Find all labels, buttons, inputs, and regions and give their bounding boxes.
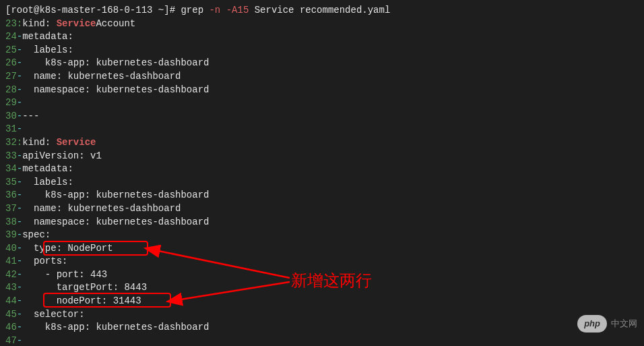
line-number: 33 bbox=[5, 150, 17, 163]
line-separator: - bbox=[17, 96, 22, 110]
output-text: spec: bbox=[22, 229, 51, 242]
line-number: 31 bbox=[5, 123, 17, 136]
output-line: 34-metadata: bbox=[5, 163, 639, 176]
output-text: metadata: bbox=[22, 30, 73, 44]
watermark-text: 中文网 bbox=[611, 318, 637, 330]
cmd-args: Service recommended.yaml bbox=[249, 4, 390, 18]
line-number: 39 bbox=[5, 229, 17, 242]
line-separator: - bbox=[17, 255, 22, 268]
output-text: k8s-app: kubernetes-dashboard bbox=[22, 57, 209, 70]
line-number: 37 bbox=[5, 202, 17, 216]
output-line: 38- namespace: kubernetes-dashboard bbox=[5, 216, 639, 229]
line-separator: - bbox=[17, 229, 22, 242]
output-text: name: kubernetes-dashboard bbox=[22, 70, 181, 84]
line-separator: - bbox=[17, 123, 22, 136]
output-text: - port: 443 bbox=[22, 268, 107, 282]
line-separator: - bbox=[17, 44, 22, 57]
output-text: kind: bbox=[22, 18, 56, 31]
line-separator: - bbox=[17, 268, 22, 282]
output-text: kind: bbox=[22, 136, 56, 150]
output-line: 45- selector: bbox=[5, 308, 639, 322]
shell-prompt: [root@k8s-master-168-0-113 ~]# bbox=[5, 4, 181, 18]
output-text: Account bbox=[96, 18, 135, 31]
line-number: 25 bbox=[5, 44, 17, 57]
line-number: 32 bbox=[5, 136, 17, 150]
output-line: 47- bbox=[5, 335, 639, 346]
line-number: 24 bbox=[5, 30, 17, 44]
output-line: 37- name: kubernetes-dashboard bbox=[5, 202, 639, 216]
line-separator: - bbox=[17, 295, 22, 308]
output-text: Service bbox=[57, 18, 96, 31]
line-number: 46 bbox=[5, 321, 17, 335]
line-number: 28 bbox=[5, 84, 17, 97]
output-line: 26- k8s-app: kubernetes-dashboard bbox=[5, 57, 639, 70]
output-line: 24-metadata: bbox=[5, 30, 639, 44]
line-separator: - bbox=[17, 30, 22, 44]
line-number: 42 bbox=[5, 268, 17, 282]
terminal-output[interactable]: [root@k8s-master-168-0-113 ~]# grep -n -… bbox=[5, 4, 639, 346]
output-text: labels: bbox=[22, 44, 73, 57]
output-text: metadata: bbox=[22, 163, 73, 176]
line-separator: - bbox=[17, 242, 22, 256]
output-line: 41- ports: bbox=[5, 255, 639, 268]
line-separator: - bbox=[17, 308, 22, 322]
output-text: --- bbox=[22, 110, 39, 123]
cmd-grep: grep bbox=[181, 4, 209, 18]
line-number: 47 bbox=[5, 335, 17, 346]
line-separator: - bbox=[17, 150, 22, 163]
output-line: 35- labels: bbox=[5, 176, 639, 190]
line-separator: - bbox=[17, 163, 22, 176]
output-text: k8s-app: kubernetes-dashboard bbox=[22, 321, 209, 335]
line-number: 35 bbox=[5, 176, 17, 190]
line-number: 34 bbox=[5, 163, 17, 176]
line-number: 41 bbox=[5, 255, 17, 268]
output-text: Service bbox=[57, 136, 96, 150]
annotation-text: 新增这两行 bbox=[291, 270, 372, 293]
output-line: 27- name: kubernetes-dashboard bbox=[5, 70, 639, 84]
output-line: 29- bbox=[5, 96, 639, 110]
line-separator: - bbox=[17, 70, 22, 84]
line-separator: - bbox=[17, 110, 22, 123]
output-line: 36- k8s-app: kubernetes-dashboard bbox=[5, 189, 639, 202]
line-number: 40 bbox=[5, 242, 17, 256]
output-text: selector: bbox=[22, 308, 84, 322]
output-line: 44- nodePort: 31443 bbox=[5, 295, 639, 308]
output-text: name: kubernetes-dashboard bbox=[22, 202, 181, 216]
line-number: 26 bbox=[5, 57, 17, 70]
output-line: 33-apiVersion: v1 bbox=[5, 150, 639, 163]
output-text: namespace: kubernetes-dashboard bbox=[22, 84, 209, 97]
output-text: type: NodePort bbox=[22, 242, 112, 256]
output-line: 31- bbox=[5, 123, 639, 136]
output-text: labels: bbox=[22, 176, 73, 190]
output-line: 39-spec: bbox=[5, 229, 639, 242]
output-text: apiVersion: v1 bbox=[22, 150, 102, 163]
output-line: 23:kind: ServiceAccount bbox=[5, 18, 639, 31]
line-number: 23 bbox=[5, 18, 17, 31]
output-line: 40- type: NodePort bbox=[5, 242, 639, 256]
line-separator: : bbox=[17, 18, 22, 31]
line-separator: - bbox=[17, 281, 22, 295]
output-line: 25- labels: bbox=[5, 44, 639, 57]
line-separator: - bbox=[17, 321, 22, 335]
output-text: targetPort: 8443 bbox=[22, 281, 147, 295]
watermark-logo: php bbox=[577, 315, 607, 333]
line-number: 29 bbox=[5, 96, 17, 110]
output-line: 32:kind: Service bbox=[5, 136, 639, 150]
command-line: [root@k8s-master-168-0-113 ~]# grep -n -… bbox=[5, 4, 639, 18]
line-separator: - bbox=[17, 189, 22, 202]
line-number: 36 bbox=[5, 189, 17, 202]
line-separator: - bbox=[17, 335, 22, 346]
line-number: 43 bbox=[5, 281, 17, 295]
line-separator: - bbox=[17, 57, 22, 70]
cmd-flags: -n -A15 bbox=[209, 4, 249, 18]
line-separator: - bbox=[17, 84, 22, 97]
line-number: 45 bbox=[5, 308, 17, 322]
line-number: 44 bbox=[5, 295, 17, 308]
line-separator: - bbox=[17, 216, 22, 229]
output-line: 28- namespace: kubernetes-dashboard bbox=[5, 84, 639, 97]
output-text: ports: bbox=[22, 255, 67, 268]
output-text: nodePort: 31443 bbox=[22, 295, 141, 308]
line-separator: - bbox=[17, 176, 22, 190]
line-number: 30 bbox=[5, 110, 17, 123]
line-number: 27 bbox=[5, 70, 17, 84]
